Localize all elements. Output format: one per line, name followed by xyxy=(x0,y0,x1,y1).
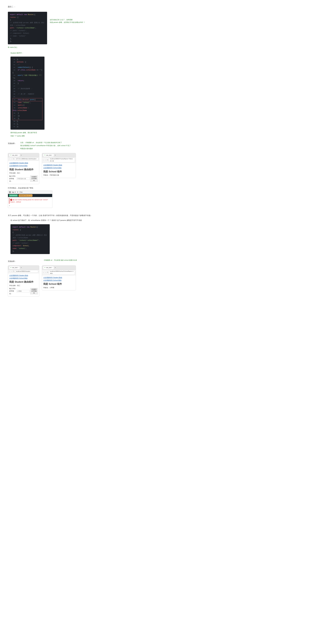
vue-devtools-bar: vue-devtools Detected Vue v2.7.14 xyxy=(8,194,52,197)
new-tab-btn-right-2[interactable]: + xyxy=(55,266,56,269)
optional-router-code: export default new Router({ routes: [ { … xyxy=(11,224,50,254)
browser-content-right-1: 点击我跳转到 Student 路由 点击我跳转到 School 路由 我是 Sc… xyxy=(42,163,76,178)
student-name-left-1: 学生名称：张三 xyxy=(9,172,38,174)
observe-note: 仔细观察 url，可以发现 他的 school 就显示出来 xyxy=(44,259,77,262)
vue-devtools-label: vue-devtools xyxy=(9,194,18,197)
console-label: 打开控制台，你会发现出现了警告 xyxy=(8,187,97,190)
browser-tab-right-1: ▼ vue_test × xyxy=(43,154,54,157)
console-top-label[interactable]: top ▼ xyxy=(12,191,16,194)
effect-note-1: 注意： 仔细观察 url ，你会发现？ 号之前的 路由组件没有了 xyxy=(20,141,71,144)
reload-btn-left-1[interactable]: ↻ xyxy=(13,158,14,160)
browser-bar-left-2: ▼ vue_test × + xyxy=(8,266,39,270)
browser-row-1: ▼ vue_test × + ← → ↻ 127.0.0.1:8080/inde… xyxy=(8,153,97,184)
params-optional-section: 关于 params 参数，可以通过 一个问好，让他 变成可传可不传（你想传递就传… xyxy=(8,214,97,297)
params-optional-note: 关于 params 参数，可以通过 一个问好，让他 变成可传可不传（你想传递就传… xyxy=(8,214,97,217)
url-bar-right-2[interactable]: localhost:8080/#/school?schoolName=小苹果 xyxy=(49,270,75,275)
student-name-left-2: 学生名称：张三 xyxy=(9,284,38,287)
console-toolbar: 🔲 top ▼ 👁 Filter xyxy=(8,191,52,194)
student-link-left-2[interactable]: 点击我跳转到 Student 路由 xyxy=(9,274,38,277)
console-body: 3 ▶ [vue-router] missing param for named… xyxy=(8,197,52,208)
effect-note-3: 明显是出现问题的 xyxy=(20,147,71,150)
effect-label-1: 页面效果： xyxy=(8,142,16,145)
tab-label-right-1: vue_test xyxy=(46,154,52,156)
student-link-left-1[interactable]: 点击我跳转到 Student 路由 xyxy=(9,162,38,164)
url-bar-left-1[interactable]: 127.0.0.1:8080/index.html#/student xyxy=(15,158,38,160)
annotation-query-param: 传递一个 query 参数 xyxy=(11,135,45,137)
reload-btn-right-1[interactable]: ↻ xyxy=(47,159,48,161)
forward-btn-right-2[interactable]: → xyxy=(45,271,47,274)
favicon-icon-r2: ▼ xyxy=(44,266,46,269)
tab-close-right-1[interactable]: × xyxy=(52,154,53,156)
url-bar-right-1[interactable]: localhost:8080/#/?schoolName=不听话的小孩 xyxy=(49,158,75,162)
school-link-right-2[interactable]: 点击我跳转到 School 路由 xyxy=(43,279,75,282)
new-tab-btn-left-2[interactable]: + xyxy=(21,266,22,269)
browser-tab-left-1: ▼ vue_test × xyxy=(9,154,20,157)
browser-heading-left-1: 我是 Student 路由组件 xyxy=(9,168,38,172)
annotation-add-name: 将 name 加上 xyxy=(8,46,47,48)
browser-nav-left-1: ← → ↻ 127.0.0.1:8080/index.html#/student xyxy=(8,157,39,161)
browser-left-2: ▼ vue_test × + ← → ↻ localhost:8080/#/st… xyxy=(8,266,39,297)
submit-btn-left-2[interactable]: 点击提交文字学校名 xyxy=(30,288,38,294)
forward-btn-left-2[interactable]: → xyxy=(11,270,13,272)
reload-btn-left-2[interactable]: ↻ xyxy=(13,270,14,272)
tab-close-left-1[interactable]: × xyxy=(18,154,19,156)
title-text: 题目二 ： xyxy=(8,6,16,8)
reload-btn-right-2[interactable]: ↻ xyxy=(47,271,48,274)
favicon-icon-r1: ▼ xyxy=(44,154,46,156)
console-label-area: 打开控制台，你会发现出现了警告 xyxy=(8,187,97,190)
browser-bar-right-1: ▼ vue_test × + xyxy=(42,153,76,157)
school-name-right-1: 学校名：不听话的小孩 xyxy=(43,174,75,176)
effect-note-2: 我们的预期是 /school? schoolName=不听话的小孩 ，此时 sc… xyxy=(20,144,71,147)
school-link-right-1[interactable]: 点击我跳转到 School 路由 xyxy=(43,166,75,169)
submit-btn-left-1[interactable]: 点击提交文字学校名 xyxy=(30,176,38,182)
back-btn-left-2[interactable]: ← xyxy=(9,270,10,272)
effect-section-1: 页面效果： 注意： 仔细观察 url ，你会发现？ 号之前的 路由组件没有了 我… xyxy=(8,141,97,151)
forward-btn-right-1[interactable]: → xyxy=(45,159,47,161)
browser-tab-right-2: ▼ vue_test × xyxy=(43,266,54,269)
annotation-params-disobey: 要求传递 params 参数，我们就不听话 xyxy=(11,132,45,134)
browser-right-1: ▼ vue_test × + ← → ↻ localhost:8080/#/?s… xyxy=(42,153,76,178)
back-btn-right-1[interactable]: ← xyxy=(43,159,44,161)
browser-bar-right-2: ▼ vue_test × + xyxy=(42,266,76,270)
browser-heading-right-1: 我是 School 组件 xyxy=(43,170,75,174)
browser-content-right-2: 点击我跳转到 Student 路由 点击我跳转到 School 路由 我是 Sc… xyxy=(42,275,76,290)
forward-btn-left-1[interactable]: → xyxy=(11,158,13,160)
input-label-left-2: 输入学生的学校名： xyxy=(9,287,16,295)
school-name-right-2: 学校名：小苹果 xyxy=(43,286,75,289)
browser-row-2: ▼ vue_test × + ← → ↻ localhost:8080/#/st… xyxy=(8,266,97,297)
new-tab-btn-right-1[interactable]: + xyxy=(55,154,56,156)
console-filter-label[interactable]: Filter xyxy=(20,191,23,194)
tab-close-right-2[interactable]: × xyxy=(52,266,53,269)
student-link-right-1[interactable]: 点击我跳转到 Student 路由 xyxy=(43,164,75,166)
back-btn-left-1[interactable]: ← xyxy=(9,158,10,160)
tab-label-right-2: vue_test xyxy=(46,266,52,269)
student-subtitle: Student 组件中： xyxy=(11,52,97,54)
new-tab-btn-left-1[interactable]: + xyxy=(21,154,22,156)
effect-label-2: 页面效果： xyxy=(8,260,16,263)
browser-left-1: ▼ vue_test × + ← → ↻ 127.0.0.1:8080/inde… xyxy=(8,153,39,184)
school-name-input-left-1[interactable] xyxy=(17,178,30,180)
url-bar-left-2[interactable]: localhost:8080/#/student xyxy=(15,270,38,273)
student-code-block: 19}, 20methods: { 21 // 22 submitSchool(… xyxy=(11,56,45,130)
favicon-icon-l2: ▼ xyxy=(10,266,12,269)
section-title: 题目二 ： xyxy=(8,5,97,8)
console-prompt: > xyxy=(9,204,51,207)
browser-tab-left-2: ▼ vue_test × xyxy=(9,266,20,269)
browser-content-left-1: 点击我跳转到 Student 路由 点击我跳转到 School 路由 我是 St… xyxy=(8,161,39,184)
annotation-params-question: 传递 params 参数，这里我们不传递 参数会咋样 ？ xyxy=(50,21,85,24)
console-error-message: 3 ▶ [vue-router] missing param for named… xyxy=(9,198,51,204)
student-link-right-2[interactable]: 点击我跳转到 Student 路由 xyxy=(43,276,75,279)
browser-nav-right-1: ← → ↻ localhost:8080/#/?schoolName=不听话的小… xyxy=(42,157,76,163)
error-count-badge: 3 xyxy=(10,199,12,201)
browser-heading-left-2: 我是 Student 路由组件 xyxy=(9,280,38,284)
school-link-left-2[interactable]: 点击我跳转到 School 路由 xyxy=(9,277,38,280)
detected-version-badge: Detected Vue v2.7.14 xyxy=(19,194,33,197)
console-eye-icon: 👁 xyxy=(17,191,19,194)
school-link-left-1[interactable]: 点击我跳转到 School 路由 xyxy=(9,164,38,167)
console-block-icon: 🔲 xyxy=(9,191,11,194)
school-name-input-left-2[interactable] xyxy=(17,290,30,292)
school-input-row-left-1: 输入学生的学校名： 点击提交文字学校名 xyxy=(9,175,38,183)
back-btn-right-2[interactable]: ← xyxy=(43,271,44,274)
tab-close-left-2[interactable]: × xyxy=(18,266,19,269)
tab-label-left-1: vue_test xyxy=(12,154,18,156)
